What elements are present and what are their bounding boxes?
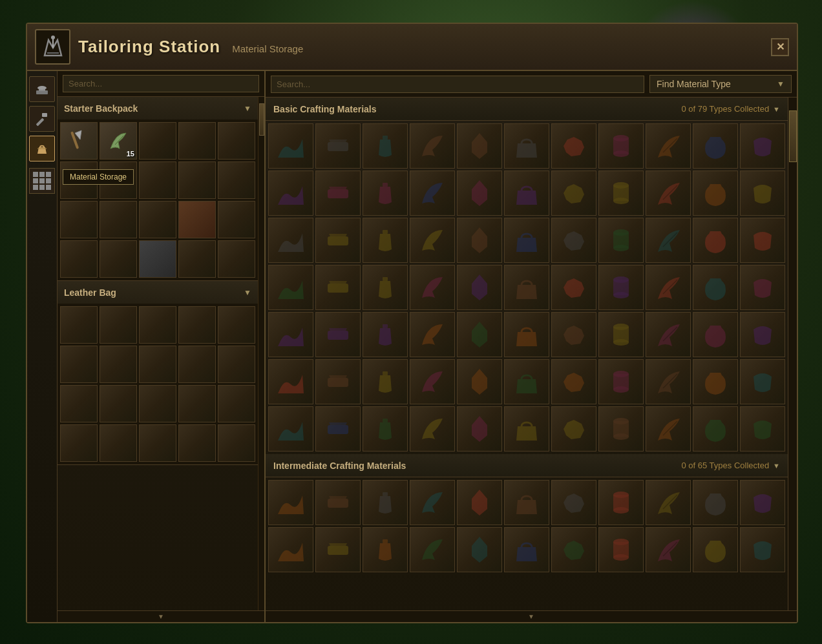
material-slot[interactable] — [504, 527, 549, 572]
material-slot[interactable] — [504, 312, 549, 357]
material-slot[interactable] — [693, 265, 738, 310]
material-slot[interactable] — [315, 480, 361, 525]
material-search-input[interactable] — [271, 76, 644, 93]
inventory-slot[interactable] — [218, 346, 255, 383]
material-slot[interactable] — [740, 123, 785, 169]
material-slot[interactable] — [646, 406, 691, 452]
material-slot[interactable] — [693, 480, 738, 525]
sidebar-item-grid[interactable] — [29, 168, 55, 194]
material-slot[interactable] — [598, 123, 644, 169]
material-slot[interactable] — [410, 171, 455, 216]
material-slot[interactable] — [551, 123, 596, 169]
material-slot[interactable] — [740, 406, 785, 452]
inventory-search-input[interactable] — [63, 75, 259, 92]
material-slot[interactable] — [363, 171, 408, 216]
material-slot[interactable] — [363, 123, 408, 169]
sidebar-item-bag[interactable] — [29, 136, 55, 161]
inventory-slot[interactable] — [60, 240, 98, 278]
material-slot[interactable] — [457, 218, 502, 263]
material-slot[interactable] — [363, 527, 408, 572]
inventory-slot[interactable] — [178, 201, 216, 238]
material-slot[interactable] — [268, 527, 313, 572]
material-slot[interactable] — [693, 359, 738, 404]
material-slot[interactable] — [504, 123, 549, 169]
material-slot[interactable] — [598, 265, 644, 310]
material-slot[interactable] — [646, 312, 691, 357]
material-slot[interactable] — [598, 312, 644, 357]
inventory-slot[interactable] — [60, 346, 98, 383]
inventory-slot[interactable] — [139, 306, 176, 344]
inventory-slot[interactable] — [178, 240, 216, 278]
material-slot[interactable] — [598, 171, 644, 216]
material-slot[interactable] — [363, 359, 408, 404]
material-slot[interactable] — [504, 218, 549, 263]
inventory-slot[interactable] — [178, 385, 216, 422]
material-slot[interactable] — [598, 480, 644, 525]
material-slot[interactable] — [551, 480, 596, 525]
material-slot[interactable] — [268, 359, 313, 404]
material-slot[interactable] — [363, 406, 408, 452]
material-slot[interactable] — [457, 527, 502, 572]
material-slot[interactable] — [646, 171, 691, 216]
inventory-slot[interactable] — [139, 346, 176, 383]
inventory-slot[interactable] — [218, 424, 255, 462]
material-slot[interactable] — [410, 480, 455, 525]
material-slot[interactable] — [740, 171, 785, 216]
material-slot[interactable] — [551, 171, 596, 216]
inventory-slot[interactable] — [218, 122, 255, 160]
inventory-slot[interactable]: 15 — [100, 122, 137, 160]
inventory-slot[interactable] — [178, 122, 216, 160]
material-slot[interactable] — [410, 123, 455, 169]
material-slot[interactable] — [315, 218, 361, 263]
material-slot[interactable] — [598, 218, 644, 263]
material-slot[interactable] — [551, 265, 596, 310]
material-slot[interactable] — [410, 312, 455, 357]
material-slot[interactable] — [457, 312, 502, 357]
close-button[interactable]: ✕ — [771, 38, 789, 56]
inventory-slot[interactable] — [178, 161, 216, 199]
material-slot[interactable] — [504, 265, 549, 310]
inventory-slot[interactable] — [218, 306, 255, 344]
basic-materials-count-area[interactable]: 0 of 79 Types Collected ▼ — [681, 104, 780, 114]
inventory-slot[interactable] — [60, 201, 98, 238]
material-slot[interactable] — [740, 218, 785, 263]
material-slot[interactable] — [268, 406, 313, 452]
inventory-slot[interactable] — [139, 240, 176, 278]
right-panel-bottom-arrow[interactable]: ▼ — [266, 610, 797, 622]
material-slot[interactable] — [598, 359, 644, 404]
material-slot[interactable] — [457, 480, 502, 525]
material-slot[interactable] — [315, 406, 361, 452]
material-slot[interactable] — [457, 265, 502, 310]
material-slot[interactable] — [363, 480, 408, 525]
material-slot[interactable] — [315, 359, 361, 404]
material-slot[interactable] — [504, 359, 549, 404]
material-slot[interactable] — [268, 312, 313, 357]
inventory-slot[interactable] — [100, 201, 137, 238]
right-scrollbar[interactable] — [788, 98, 797, 610]
intermediate-materials-count-area[interactable]: 0 of 65 Types Collected ▼ — [681, 461, 780, 470]
material-slot[interactable] — [315, 312, 361, 357]
sidebar-item-hammer[interactable] — [29, 106, 55, 132]
material-slot[interactable] — [693, 218, 738, 263]
material-slot[interactable] — [693, 171, 738, 216]
inventory-slot[interactable] — [218, 385, 255, 422]
inventory-slot[interactable] — [100, 424, 137, 462]
material-slot[interactable] — [410, 265, 455, 310]
material-slot[interactable] — [315, 527, 361, 572]
leather-bag-header[interactable]: Leather Bag ▼ — [58, 281, 258, 304]
material-slot[interactable] — [268, 218, 313, 263]
material-slot[interactable] — [268, 480, 313, 525]
material-slot[interactable] — [457, 123, 502, 169]
left-scrollbar[interactable] — [258, 97, 264, 610]
material-slot[interactable] — [598, 527, 644, 572]
left-panel-bottom-arrow[interactable]: ▼ — [58, 610, 264, 622]
material-slot[interactable] — [646, 265, 691, 310]
inventory-slot[interactable] — [139, 201, 176, 238]
material-slot[interactable] — [504, 171, 549, 216]
material-slot[interactable] — [410, 406, 455, 452]
material-slot[interactable] — [268, 171, 313, 216]
right-scrollbar-thumb[interactable] — [789, 110, 797, 162]
material-slot[interactable] — [410, 359, 455, 404]
material-slot[interactable] — [315, 265, 361, 310]
material-slot[interactable] — [457, 171, 502, 216]
